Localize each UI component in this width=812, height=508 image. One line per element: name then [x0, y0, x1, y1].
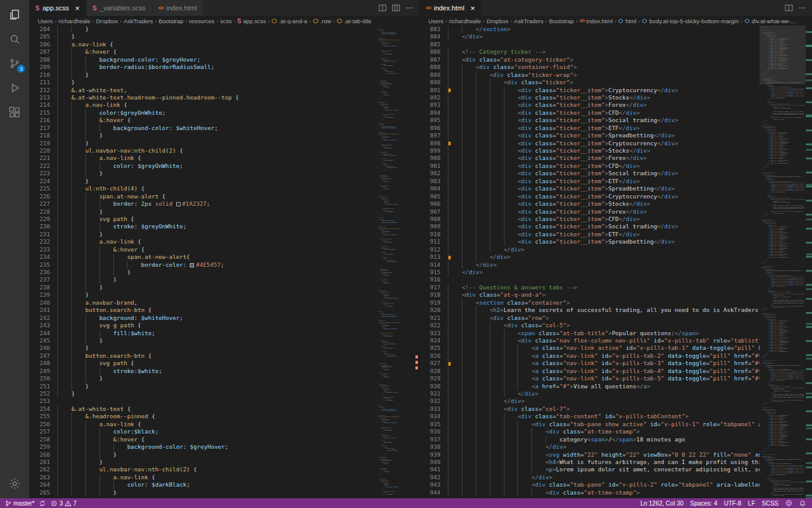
tab-index.html[interactable]: <>index.html [153, 0, 204, 16]
code-line[interactable]: &:hover { [57, 48, 376, 56]
code-line[interactable]: } [57, 132, 376, 139]
tab-app.scss[interactable]: Sapp.scss× [29, 0, 87, 16]
breadcrumb-item[interactable]: scss [220, 18, 232, 24]
code-line[interactable]: <div class="ticker__item">Forex</div> [448, 101, 760, 109]
breadcrumb-item[interactable]: AskTraders [514, 18, 544, 24]
code-line[interactable]: } [57, 284, 376, 291]
code-line[interactable]: a.nav-link { [57, 41, 376, 48]
breadcrumb-item[interactable]: Dropbox [96, 18, 118, 24]
code-line[interactable]: border-radius:$borderRadiusSmall; [57, 64, 376, 71]
breadcrumb-item[interactable]: AskTraders [124, 18, 153, 24]
code-line[interactable] [448, 276, 760, 283]
code-line[interactable]: span.at-new-alert{ [57, 253, 376, 261]
toggle-layout-button[interactable] [390, 2, 402, 14]
code-line[interactable]: svg path { [57, 360, 376, 367]
feedback-smiley[interactable] [785, 499, 792, 507]
activity-explorer-button[interactable] [0, 2, 29, 27]
breadcrumb-item[interactable]: Sapp.scss [237, 18, 266, 24]
code-line[interactable]: a.nav-link { [57, 421, 376, 428]
code-area[interactable]: </section> </div> <!-- Category ticker -… [448, 26, 760, 498]
breadcrumb-item[interactable]: resources [189, 18, 215, 24]
code-line[interactable]: ul.navbar-nav:nth-child(2) { [57, 466, 376, 473]
code-line[interactable]: <div class="ticker__item">Forex</div> [448, 208, 760, 216]
code-line[interactable]: <div class="nav flex-column nav-pills" i… [448, 337, 760, 344]
split-editor-button[interactable] [783, 2, 795, 14]
tab-index.html[interactable]: <>index.html× [420, 0, 482, 16]
code-line[interactable]: </div> [448, 443, 760, 451]
code-line[interactable]: <div class="col-5"> [448, 322, 760, 329]
code-line[interactable]: } [57, 459, 376, 466]
minimap[interactable]: } } a.nav-link { &:hover { background-co… [376, 26, 414, 498]
code-line[interactable]: </div> [448, 253, 760, 261]
breadcrumb-item[interactable]: Bootstrap [159, 18, 184, 24]
more-actions-button[interactable] [796, 2, 808, 14]
activity-settings-button[interactable] [0, 471, 29, 496]
code-line[interactable]: } [57, 26, 376, 33]
activity-source-control-button[interactable]: 3 [0, 51, 29, 76]
code-line[interactable]: </section> [448, 26, 760, 33]
code-line[interactable]: stroke:$white; [57, 368, 376, 375]
activity-search-button[interactable] [0, 27, 29, 51]
code-line[interactable]: &.at-white-text { [57, 405, 376, 413]
code-line[interactable]: a.nav-link { [57, 101, 376, 109]
code-line[interactable]: } [57, 383, 376, 390]
code-line[interactable]: } [57, 33, 376, 40]
code-line[interactable]: </div> [448, 269, 760, 276]
code-line[interactable]: </div> [448, 474, 760, 481]
breadcrumb-item[interactable]: .at-tab-title [337, 18, 372, 24]
code-line[interactable]: button.search-btn { [57, 307, 376, 314]
code-line[interactable]: } [57, 489, 376, 496]
code-line[interactable] [57, 397, 376, 405]
code-line[interactable]: <div class="ticker__item">Stocks</div> [448, 94, 760, 101]
code-line[interactable]: <div class="ticker__item">CFD</div> [448, 216, 760, 223]
code-line[interactable]: <div class="ticker__item">Cryptocurrency… [448, 87, 760, 94]
code-line[interactable]: svg path { [57, 216, 376, 223]
breadcrumb-item[interactable]: Users [428, 18, 444, 24]
breadcrumb-item[interactable]: richardheale [449, 18, 481, 24]
code-line[interactable]: color:$greyOnWhite; [57, 109, 376, 117]
code-line[interactable]: <div class="ticker__item">ETF</div> [448, 178, 760, 185]
code-line[interactable]: <div class="ticker__item">Forex</div> [448, 154, 760, 162]
code-line[interactable]: <div class="container-fluid"> [448, 64, 760, 71]
code-line[interactable]: a.nav-link { [57, 154, 376, 162]
code-line[interactable]: a.navbar-brand, [57, 299, 376, 307]
code-line[interactable]: <div class="at-time-stamp"> [448, 428, 760, 435]
minimap-slider[interactable] [760, 26, 806, 84]
code-line[interactable]: <div class="ticker__item">CFD</div> [448, 162, 760, 170]
git-branch-status[interactable]: master* [5, 500, 34, 507]
problems-status[interactable]: 3 7 [51, 500, 76, 507]
code-line[interactable]: } [57, 276, 376, 283]
code-line[interactable]: a.nav-link { [57, 238, 376, 245]
code-line[interactable]: a.nav-link { [57, 474, 376, 481]
code-line[interactable]: } [57, 231, 376, 238]
activity-run-debug-button[interactable] [0, 76, 29, 100]
code-line[interactable]: fill:$white; [57, 330, 376, 337]
code-line[interactable]: border-color: #4E5457; [57, 261, 376, 269]
code-line[interactable]: <div class="ticker__item">Cryptocurrency… [448, 140, 760, 147]
tab-_variables.scss[interactable]: S_variables.scss [87, 0, 153, 16]
sync-status[interactable] [39, 500, 46, 507]
code-line[interactable]: &:hover { [57, 117, 376, 124]
code-line[interactable]: <div class="col-7"> [448, 405, 760, 413]
code-line[interactable]: border: 2px solid #1A2327; [57, 200, 376, 208]
code-line[interactable]: <div class="ticker__item">Stocks</div> [448, 200, 760, 208]
eol-status[interactable]: LF [748, 500, 755, 507]
breadcrumb-item[interactable]: .at-q-and-a [271, 18, 307, 24]
code-line[interactable]: } [57, 208, 376, 216]
code-line[interactable]: <a class="nav-link" id="v-pills-tab-2" d… [448, 352, 760, 360]
code-line[interactable]: &.headroom--pinned { [57, 413, 376, 420]
breadcrumb-item[interactable]: Bootstrap [549, 18, 574, 24]
code-line[interactable]: } [57, 344, 376, 352]
code-line[interactable]: <div class="at-q-and-a"> [448, 291, 760, 299]
notifications-bell[interactable] [799, 500, 806, 507]
breadcrumb-item[interactable]: Users [38, 18, 53, 24]
code-line[interactable]: } [57, 291, 376, 299]
code-line[interactable]: <h4>What is futures arbitrage, and can I… [448, 459, 760, 466]
indentation-status[interactable]: Spaces: 4 [690, 500, 717, 507]
code-line[interactable]: <a class="nav-link" id="v-pills-tab-5" d… [448, 375, 760, 382]
code-line[interactable]: <div class="ticker__item">Spreadbetting<… [448, 238, 760, 245]
more-actions-button[interactable] [403, 2, 415, 14]
code-line[interactable]: background-color: $greyHover; [57, 443, 376, 451]
code-line[interactable]: </div> [448, 33, 760, 40]
code-line[interactable]: <span class="at-tab-title">Popular quest… [448, 330, 760, 337]
